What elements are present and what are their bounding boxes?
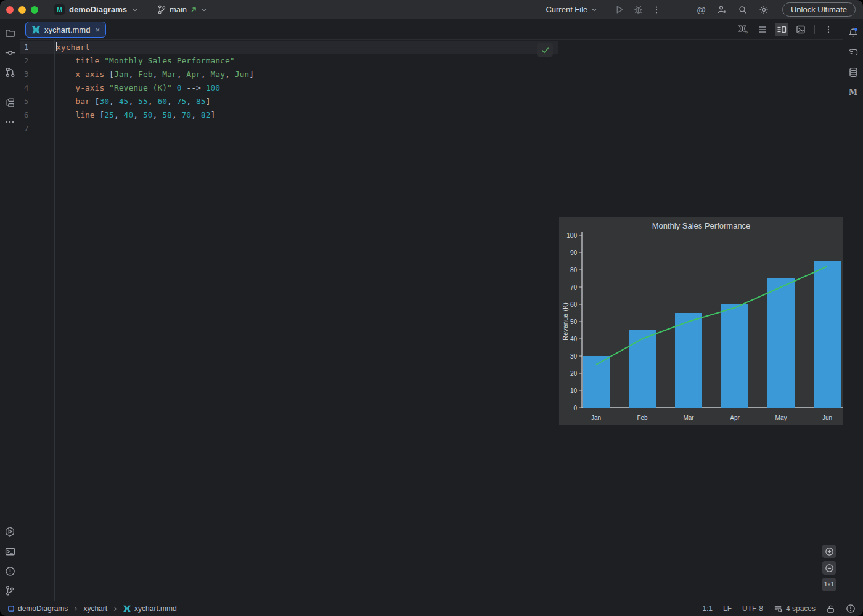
module-icon: [7, 605, 15, 612]
error-circle-icon: [846, 604, 856, 614]
chevron-right-icon: [112, 606, 118, 612]
tab-label: xychart.mmd: [44, 25, 90, 34]
code-line-text: [54, 122, 56, 136]
line-number: 3: [20, 68, 54, 81]
chevron-down-icon: [200, 6, 208, 14]
close-traffic[interactable]: [6, 6, 14, 14]
mermaid-settings-icon[interactable]: ?: [737, 23, 750, 36]
commit-icon[interactable]: [2, 45, 17, 60]
chevron-down-icon: [131, 6, 139, 14]
svg-text:20: 20: [570, 370, 578, 377]
chevron-down-icon: [591, 6, 598, 14]
svg-text:Monthly Sales Performance: Monthly Sales Performance: [652, 221, 751, 230]
editor-line[interactable]: 5 bar [30, 45, 55, 60, 75, 85]: [20, 95, 558, 108]
more-horizontal-icon[interactable]: [2, 115, 17, 129]
actual-size-button[interactable]: 1:1: [822, 578, 836, 591]
git-branch-icon: [157, 5, 166, 14]
svg-text:Feb: Feb: [637, 415, 648, 421]
toolbar-separator: [814, 25, 815, 34]
svg-text:60: 60: [570, 301, 578, 308]
titlebar: M demoDiagrams main: [0, 0, 863, 20]
zoom-in-icon[interactable]: [822, 545, 836, 558]
indent-icon: [774, 604, 783, 614]
chevron-right-icon: [72, 606, 79, 612]
project-widget[interactable]: M demoDiagrams: [54, 4, 139, 15]
problems-icon[interactable]: [2, 564, 17, 578]
ai-chat-icon[interactable]: [846, 45, 861, 60]
zoom-out-icon[interactable]: [822, 561, 836, 575]
breadcrumb: demoDiagrams xychart xychart.mmd: [7, 604, 177, 613]
mermaid-file-icon: [123, 604, 131, 613]
line-number: 5: [20, 95, 54, 108]
svg-text:50: 50: [570, 318, 578, 325]
inspections-widget[interactable]: [537, 43, 553, 57]
arrow-up-right-icon: [190, 6, 197, 14]
close-icon[interactable]: ×: [95, 26, 100, 34]
mermaid-file-icon: [31, 25, 41, 34]
line-number: 7: [20, 122, 54, 136]
svg-text:Jan: Jan: [591, 415, 601, 421]
terminal-icon[interactable]: [2, 544, 17, 559]
bell-icon[interactable]: [846, 25, 861, 40]
ide-window: M demoDiagrams main: [0, 0, 863, 616]
encoding-widget[interactable]: UTF-8: [742, 604, 763, 613]
services-icon[interactable]: [2, 524, 17, 539]
breadcrumb-file[interactable]: xychart.mmd: [123, 604, 177, 613]
indent-widget[interactable]: 4 spaces: [774, 604, 816, 614]
more-vertical-icon[interactable]: [822, 23, 835, 36]
more-vertical-icon[interactable]: [652, 6, 661, 14]
editor-line[interactable]: 2 title "Monthly Sales Performance": [20, 54, 558, 68]
svg-text:80: 80: [570, 267, 578, 274]
svg-text:0: 0: [573, 405, 577, 411]
add-user-icon[interactable]: [717, 5, 727, 15]
search-icon[interactable]: [738, 5, 748, 15]
code-line-text: line [25, 40, 50, 58, 70, 82]: [54, 108, 215, 122]
gear-icon[interactable]: [759, 5, 769, 15]
svg-text:70: 70: [570, 284, 578, 291]
minimize-traffic[interactable]: [18, 6, 26, 14]
project-name: demoDiagrams: [69, 5, 127, 14]
structure-icon[interactable]: [2, 95, 17, 110]
code-editor[interactable]: 1xychart2 title "Monthly Sales Performan…: [20, 40, 558, 601]
editor-line[interactable]: 1xychart: [20, 41, 558, 54]
xy-chart: Monthly Sales PerformanceRevenue (K)0102…: [559, 217, 843, 425]
window-controls: [6, 6, 38, 14]
branch-name: main: [170, 5, 187, 14]
folder-icon[interactable]: [2, 25, 17, 40]
ai-assistant-icon[interactable]: @: [697, 4, 706, 15]
preview-only-icon[interactable]: [794, 23, 808, 36]
cursor-position-widget[interactable]: 1:1: [702, 604, 713, 613]
zoom-traffic[interactable]: [31, 6, 38, 14]
git-branch-icon[interactable]: [2, 583, 17, 598]
tab-xychart-mmd[interactable]: xychart.mmd ×: [25, 22, 106, 38]
editor-line[interactable]: 4 y-axis "Revenue (K)" 0 --> 100: [20, 81, 558, 95]
editor-line[interactable]: 7: [20, 122, 558, 136]
inspections-status-widget[interactable]: [846, 604, 856, 614]
preview-canvas[interactable]: Monthly Sales PerformanceRevenue (K)0102…: [558, 40, 843, 601]
line-separator-widget[interactable]: LF: [723, 604, 732, 613]
breadcrumb-node[interactable]: xychart: [83, 604, 107, 613]
database-icon[interactable]: [846, 65, 861, 79]
stripe-divider: [4, 87, 16, 87]
line-number: 6: [20, 108, 54, 122]
run-icon[interactable]: [614, 4, 624, 15]
editor-line[interactable]: 6 line [25, 40, 50, 58, 70, 82]: [20, 108, 558, 122]
editor-lines: 1xychart2 title "Monthly Sales Performan…: [20, 41, 558, 136]
editor-only-icon[interactable]: [756, 23, 769, 36]
svg-text:30: 30: [570, 353, 578, 360]
split-view-icon[interactable]: [775, 23, 788, 36]
svg-text:May: May: [775, 415, 787, 421]
mermaid-tool-icon[interactable]: M: [846, 84, 861, 99]
svg-text:40: 40: [570, 336, 578, 342]
breadcrumb-project[interactable]: demoDiagrams: [7, 604, 68, 613]
editor-line[interactable]: 3 x-axis [Jan, Feb, Mar, Apr, May, Jun]: [20, 68, 558, 81]
write-access-widget[interactable]: [826, 604, 835, 614]
app-logo: M: [54, 4, 65, 15]
unlock-ultimate-button[interactable]: Unlock Ultimate: [782, 2, 856, 17]
run-configuration-select[interactable]: Current File: [546, 5, 598, 14]
vcs-widget[interactable]: main: [157, 5, 208, 14]
debug-icon[interactable]: [633, 4, 644, 15]
inspections-ok-icon: [541, 46, 550, 55]
code-line-text: title "Monthly Sales Performance": [54, 54, 235, 68]
pull-requests-icon[interactable]: [2, 65, 17, 79]
